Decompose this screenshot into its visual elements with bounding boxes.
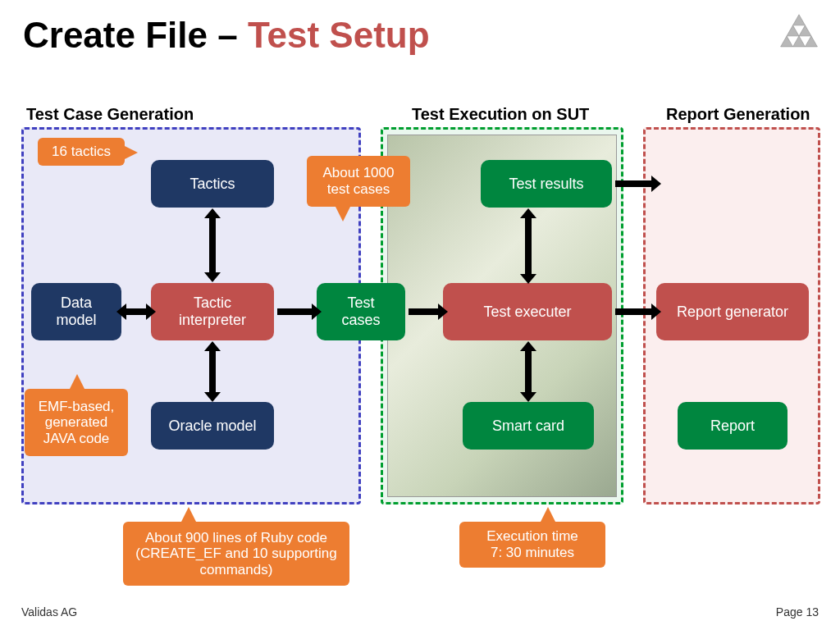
- arrow-tactics-interpreter: [209, 217, 216, 274]
- node-interpreter: Tactic interpreter: [151, 283, 274, 340]
- node-test-cases: Test cases: [317, 283, 405, 340]
- arrow-testcases-executer: [409, 308, 440, 315]
- svg-marker-0: [793, 15, 806, 25]
- svg-marker-3: [781, 36, 793, 47]
- callout-16-tactics: 16 tactics: [38, 138, 125, 166]
- node-smart-card: Smart card: [463, 402, 594, 450]
- arrow-interpreter-oracle: [209, 349, 216, 394]
- callout-ruby: About 900 lines of Ruby code (CREATE_EF …: [123, 522, 349, 586]
- slide-title: Create File – Test Setup: [23, 15, 430, 56]
- arrow-results-executer: [525, 217, 532, 276]
- node-test-results: Test results: [481, 160, 612, 208]
- node-report-gen: Report generator: [656, 283, 809, 340]
- arrow-results-reportgen: [615, 180, 653, 187]
- callout-emf-text: EMF-based, generated JAVA code: [39, 399, 115, 447]
- label-generation: Test Case Generation: [26, 105, 194, 124]
- node-oracle: Oracle model: [151, 402, 274, 450]
- callout-ruby-text: About 900 lines of Ruby code (CREATE_EF …: [135, 530, 336, 578]
- footer-company: Validas AG: [21, 605, 77, 619]
- svg-marker-2: [799, 25, 811, 36]
- footer-page: Page 13: [776, 605, 819, 619]
- arrow-executer-reportgen: [615, 308, 653, 315]
- callout-about1000: About 1000 test cases: [307, 156, 410, 207]
- callout-emf: EMF-based, generated JAVA code: [25, 389, 128, 456]
- callout-exectime-text: Execution time 7: 30 minutes: [486, 528, 578, 560]
- title-part2: Test Setup: [248, 15, 430, 55]
- node-report: Report: [678, 402, 788, 450]
- arrow-executer-smart: [525, 349, 532, 394]
- label-report: Report Generation: [666, 105, 810, 124]
- node-tactics: Tactics: [151, 160, 274, 208]
- svg-marker-4: [793, 36, 806, 47]
- svg-marker-1: [787, 25, 799, 36]
- title-part1: Create File –: [23, 15, 248, 55]
- callout-exectime: Execution time 7: 30 minutes: [459, 522, 605, 568]
- callout-16-tactics-text: 16 tactics: [52, 144, 111, 160]
- arrow-data-interpreter: [125, 308, 148, 315]
- logo-icon: [776, 11, 822, 57]
- node-test-executer: Test executer: [443, 283, 612, 340]
- node-data-model: Data model: [31, 283, 121, 340]
- label-execution: Test Execution on SUT: [412, 105, 589, 124]
- arrow-interpreter-testcases: [277, 308, 313, 315]
- callout-about1000-text: About 1000 test cases: [323, 165, 395, 197]
- svg-marker-5: [805, 36, 817, 47]
